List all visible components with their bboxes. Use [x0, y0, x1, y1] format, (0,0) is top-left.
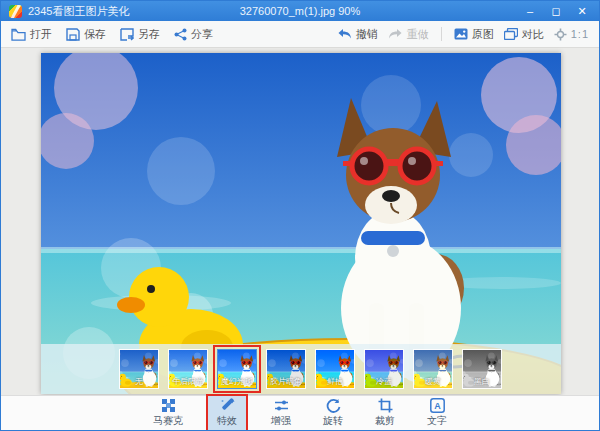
mosaic-icon — [161, 398, 176, 413]
compare-icon — [504, 28, 518, 40]
effect-thumb-6[interactable]: 暖黄 — [409, 345, 457, 393]
save-as-label: 另存 — [138, 27, 160, 42]
effect-tool-button[interactable]: 特效 — [208, 396, 246, 430]
photo-canvas: 无 午后阳光 魔幻光斑 胶片暗角 鲜艳 — [41, 53, 561, 394]
mosaic-label: 马赛克 — [153, 414, 183, 428]
rotate-label: 旋转 — [323, 414, 343, 428]
actual-size-icon — [554, 28, 567, 41]
effect-thumb-4[interactable]: 鲜艳 — [311, 345, 359, 393]
save-as-icon — [120, 28, 134, 41]
svg-text:A: A — [434, 401, 441, 411]
enhance-label: 增强 — [271, 414, 291, 428]
photo-dog-surfboard — [41, 53, 561, 394]
effect-strip: 无 午后阳光 魔幻光斑 胶片暗角 鲜艳 — [41, 344, 561, 394]
original-image-icon — [454, 28, 468, 40]
actual-size-label: 1:1 — [571, 28, 589, 40]
effect-label: 胶片暗角 — [267, 376, 305, 387]
share-button[interactable]: 分享 — [174, 27, 213, 42]
mosaic-tool-button[interactable]: 马赛克 — [144, 396, 192, 430]
original-image-label: 原图 — [472, 27, 494, 42]
effect-thumb-5[interactable]: 冷蓝 — [360, 345, 408, 393]
redo-label: 重做 — [407, 27, 429, 42]
redo-icon — [388, 28, 403, 40]
crop-tool-button[interactable]: 裁剪 — [366, 396, 404, 430]
folder-open-icon — [11, 28, 26, 41]
toolbar-separator — [441, 27, 442, 41]
effect-label: 无 — [120, 376, 158, 387]
top-toolbar: 打开 保存 另存 分享 — [1, 21, 599, 48]
effect-label: 冷蓝 — [365, 376, 403, 387]
actual-size-button[interactable]: 1:1 — [554, 28, 589, 41]
app-logo-icon — [9, 5, 22, 18]
undo-label: 撤销 — [356, 27, 378, 42]
minimize-icon[interactable]: – — [517, 2, 543, 20]
text-tool-button[interactable]: A 文字 — [418, 396, 456, 430]
text-icon: A — [430, 398, 445, 413]
save-label: 保存 — [84, 27, 106, 42]
open-button[interactable]: 打开 — [11, 27, 52, 42]
sliders-icon — [274, 398, 289, 413]
undo-icon — [337, 28, 352, 40]
magic-wand-icon — [220, 398, 235, 413]
crop-label: 裁剪 — [375, 414, 395, 428]
app-title: 2345看图王图片美化 — [28, 4, 129, 19]
effect-tool-annotation-box: 特效 — [206, 394, 248, 431]
text-tool-label: 文字 — [427, 414, 447, 428]
enhance-tool-button[interactable]: 增强 — [262, 396, 300, 430]
app-window: 2345看图王图片美化 32760070_m(1).jpg 90% – ◻ ✕ … — [0, 0, 600, 431]
effect-thumb-2-selected[interactable]: 魔幻光斑 — [213, 345, 261, 393]
effect-label: 午后阳光 — [169, 376, 207, 387]
effect-label: 黑白 — [463, 376, 501, 387]
bottom-toolbar: 马赛克 特效 增强 旋转 裁剪 — [1, 395, 599, 430]
canvas-area: 无 午后阳光 魔幻光斑 胶片暗角 鲜艳 — [1, 49, 599, 395]
original-image-button[interactable]: 原图 — [454, 27, 494, 42]
effect-thumb-7[interactable]: 黑白 — [458, 345, 506, 393]
effect-label: 鲜艳 — [316, 376, 354, 387]
rotate-tool-button[interactable]: 旋转 — [314, 396, 352, 430]
effect-label: 暖黄 — [414, 376, 452, 387]
share-label: 分享 — [191, 27, 213, 42]
save-as-button[interactable]: 另存 — [120, 27, 160, 42]
effect-label: 魔幻光斑 — [218, 376, 256, 387]
close-icon[interactable]: ✕ — [569, 2, 595, 20]
compare-button[interactable]: 对比 — [504, 27, 544, 42]
share-icon — [174, 28, 187, 41]
effect-thumb-0[interactable]: 无 — [115, 345, 163, 393]
title-bar: 2345看图王图片美化 32760070_m(1).jpg 90% – ◻ ✕ — [1, 1, 599, 21]
effect-thumb-3[interactable]: 胶片暗角 — [262, 345, 310, 393]
effect-thumb-1[interactable]: 午后阳光 — [164, 345, 212, 393]
save-button[interactable]: 保存 — [66, 27, 106, 42]
rotate-icon — [326, 398, 341, 413]
undo-button[interactable]: 撤销 — [337, 27, 378, 42]
effect-tool-label: 特效 — [217, 414, 237, 428]
maximize-icon[interactable]: ◻ — [543, 2, 569, 20]
redo-button[interactable]: 重做 — [388, 27, 429, 42]
open-label: 打开 — [30, 27, 52, 42]
compare-label: 对比 — [522, 27, 544, 42]
crop-icon — [378, 398, 393, 413]
save-icon — [66, 28, 80, 41]
